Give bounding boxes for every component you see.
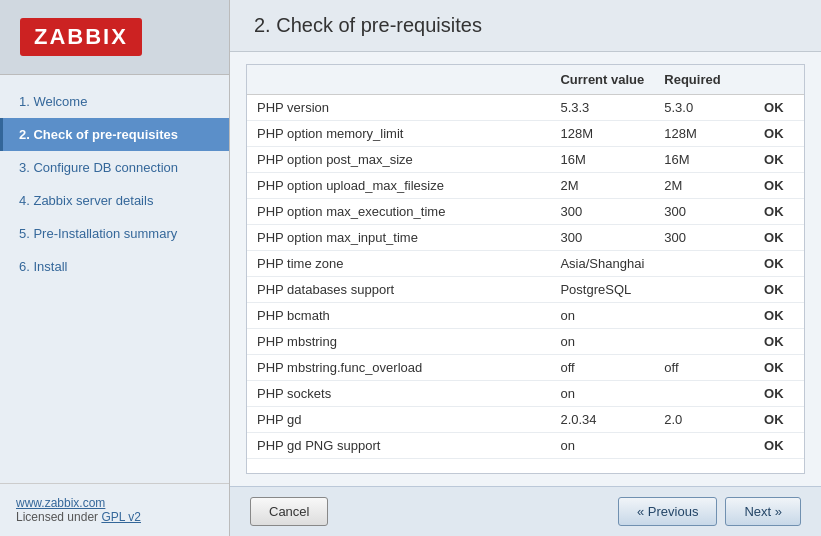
row-required — [654, 277, 754, 303]
row-required — [654, 303, 754, 329]
row-current: on — [550, 381, 654, 407]
license-link[interactable]: GPL v2 — [101, 510, 141, 524]
logo-box: ZABBIX — [20, 18, 142, 56]
row-name: PHP option max_input_time — [247, 225, 550, 251]
col-status — [754, 65, 804, 95]
row-current: 300 — [550, 199, 654, 225]
nav-item-welcome[interactable]: 1. Welcome — [0, 85, 229, 118]
row-status: OK — [754, 381, 804, 407]
table-row: PHP mbstring on OK — [247, 329, 804, 355]
table-row: PHP gd 2.0.34 2.0 OK — [247, 407, 804, 433]
row-current: 300 — [550, 225, 654, 251]
table-row: PHP bcmath on OK — [247, 303, 804, 329]
row-required: 2.0 — [654, 407, 754, 433]
row-name: PHP option upload_max_filesize — [247, 173, 550, 199]
row-current: on — [550, 329, 654, 355]
previous-button[interactable]: « Previous — [618, 497, 717, 526]
page-title: 2. Check of pre-requisites — [254, 14, 797, 37]
row-current: off — [550, 355, 654, 381]
sidebar: ZABBIX 1. Welcome2. Check of pre-requisi… — [0, 0, 230, 536]
row-required: off — [654, 355, 754, 381]
zabbix-link[interactable]: www.zabbix.com — [16, 496, 105, 510]
nav-buttons: « Previous Next » — [618, 497, 801, 526]
prereq-table: Current value Required PHP version 5.3.3… — [247, 65, 804, 459]
row-name: PHP sockets — [247, 381, 550, 407]
row-required — [654, 381, 754, 407]
table-row: PHP option max_execution_time 300 300 OK — [247, 199, 804, 225]
row-name: PHP gd — [247, 407, 550, 433]
row-current: Asia/Shanghai — [550, 251, 654, 277]
row-current: 2M — [550, 173, 654, 199]
logo-text: ZABBIX — [34, 24, 128, 49]
table-row: PHP version 5.3.3 5.3.0 OK — [247, 95, 804, 121]
row-required: 2M — [654, 173, 754, 199]
nav-item-summary[interactable]: 5. Pre-Installation summary — [0, 217, 229, 250]
row-status: OK — [754, 251, 804, 277]
row-status: OK — [754, 433, 804, 459]
row-current: 16M — [550, 147, 654, 173]
row-name: PHP gd PNG support — [247, 433, 550, 459]
nav-items: 1. Welcome2. Check of pre-requisites3. C… — [0, 75, 229, 483]
row-status: OK — [754, 95, 804, 121]
table-row: PHP option post_max_size 16M 16M OK — [247, 147, 804, 173]
col-current: Current value — [550, 65, 654, 95]
content-area: 2. Check of pre-requisites Current value… — [230, 0, 821, 536]
col-name — [247, 65, 550, 95]
row-status: OK — [754, 121, 804, 147]
row-name: PHP mbstring.func_overload — [247, 355, 550, 381]
row-required — [654, 251, 754, 277]
row-required — [654, 329, 754, 355]
content-header: 2. Check of pre-requisites — [230, 0, 821, 52]
row-status: OK — [754, 303, 804, 329]
row-status: OK — [754, 329, 804, 355]
row-status: OK — [754, 199, 804, 225]
row-status: OK — [754, 277, 804, 303]
row-status: OK — [754, 173, 804, 199]
table-row: PHP option upload_max_filesize 2M 2M OK — [247, 173, 804, 199]
row-name: PHP option max_execution_time — [247, 199, 550, 225]
table-row: PHP option max_input_time 300 300 OK — [247, 225, 804, 251]
row-current: PostgreSQL — [550, 277, 654, 303]
row-name: PHP option post_max_size — [247, 147, 550, 173]
row-status: OK — [754, 147, 804, 173]
table-row: PHP sockets on OK — [247, 381, 804, 407]
table-row: PHP time zone Asia/Shanghai OK — [247, 251, 804, 277]
table-row: PHP databases support PostgreSQL OK — [247, 277, 804, 303]
prereq-table-body: PHP version 5.3.3 5.3.0 OK PHP option me… — [247, 95, 804, 459]
row-current: on — [550, 433, 654, 459]
row-name: PHP version — [247, 95, 550, 121]
nav-item-db[interactable]: 3. Configure DB connection — [0, 151, 229, 184]
row-current: 2.0.34 — [550, 407, 654, 433]
row-required — [654, 433, 754, 459]
row-status: OK — [754, 225, 804, 251]
next-button[interactable]: Next » — [725, 497, 801, 526]
row-name: PHP option memory_limit — [247, 121, 550, 147]
row-required: 300 — [654, 199, 754, 225]
row-required: 5.3.0 — [654, 95, 754, 121]
license-text: Licensed under — [16, 510, 101, 524]
row-required: 16M — [654, 147, 754, 173]
row-current: 5.3.3 — [550, 95, 654, 121]
row-required: 300 — [654, 225, 754, 251]
bottom-bar: Cancel « Previous Next » — [230, 486, 821, 536]
col-required: Required — [654, 65, 754, 95]
cancel-button[interactable]: Cancel — [250, 497, 328, 526]
prereq-table-wrapper[interactable]: Current value Required PHP version 5.3.3… — [246, 64, 805, 474]
row-name: PHP mbstring — [247, 329, 550, 355]
sidebar-footer: www.zabbix.com Licensed under GPL v2 — [0, 483, 229, 536]
row-current: 128M — [550, 121, 654, 147]
content-body: Current value Required PHP version 5.3.3… — [230, 52, 821, 486]
logo-area: ZABBIX — [0, 0, 229, 75]
nav-item-install[interactable]: 6. Install — [0, 250, 229, 283]
table-row: PHP option memory_limit 128M 128M OK — [247, 121, 804, 147]
table-header-row: Current value Required — [247, 65, 804, 95]
main-container: ZABBIX 1. Welcome2. Check of pre-requisi… — [0, 0, 821, 536]
row-name: PHP time zone — [247, 251, 550, 277]
nav-item-server[interactable]: 4. Zabbix server details — [0, 184, 229, 217]
table-row: PHP gd PNG support on OK — [247, 433, 804, 459]
ok-summary: OK — [247, 459, 804, 474]
nav-item-prereq[interactable]: 2. Check of pre-requisites — [0, 118, 229, 151]
table-row: PHP mbstring.func_overload off off OK — [247, 355, 804, 381]
row-name: PHP bcmath — [247, 303, 550, 329]
row-name: PHP databases support — [247, 277, 550, 303]
